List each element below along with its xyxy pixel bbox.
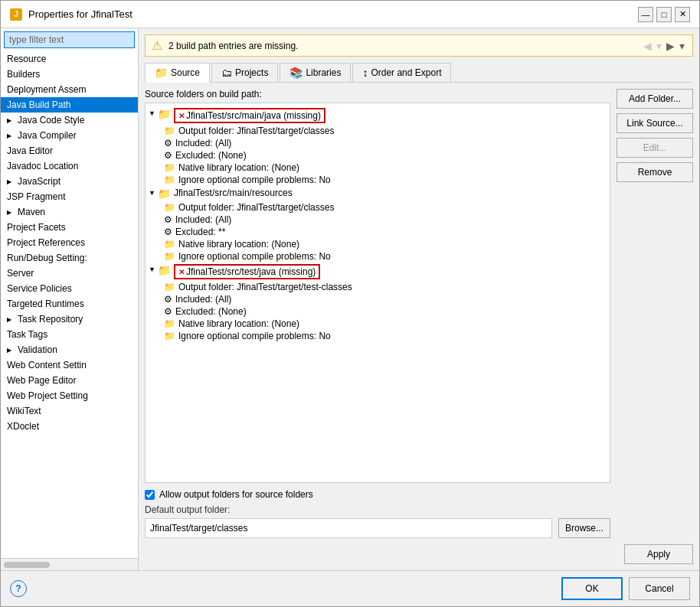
expand-arrow-1[interactable]: ▼	[149, 109, 155, 117]
title-bar: J Properties for JfinalTest — □ ✕	[1, 1, 699, 28]
sidebar-item-jsp-fragment[interactable]: JSP Fragment	[1, 189, 138, 204]
tab-projects-label: Projects	[235, 67, 268, 78]
error-mark-2: ✕	[178, 268, 185, 276]
sidebar-item-run-debug[interactable]: Run/Debug Setting:	[1, 250, 138, 266]
expand-arrow-3[interactable]: ▼	[149, 266, 155, 273]
libraries-tab-icon: 📚	[289, 67, 303, 79]
tab-libraries[interactable]: 📚 Libraries	[280, 63, 351, 82]
checkbox-row: Allow output folders for source folders	[145, 489, 610, 500]
src-main-resources-label: JfinalTest/src/main/resources	[174, 188, 293, 198]
apply-button[interactable]: Apply	[624, 544, 693, 564]
sidebar-item-builders[interactable]: Builders	[1, 67, 138, 82]
sidebar-item-web-project-setting[interactable]: Web Project Setting	[1, 388, 138, 403]
children-src-main-resources: 📁 Output folder: JfinalTest/target/class…	[164, 201, 607, 263]
browse-button[interactable]: Browse...	[558, 518, 610, 538]
src-main-java-label: JfinalTest/src/main/java (missing)	[186, 110, 321, 121]
add-folder-button[interactable]: Add Folder...	[617, 89, 693, 109]
children-src-test-java: 📁 Output folder: JfinalTest/target/test-…	[164, 281, 607, 342]
warning-text: 2 build path entries are missing.	[168, 41, 636, 51]
sidebar-item-deployment[interactable]: Deployment Assem	[1, 82, 138, 97]
child-output-2: 📁 Output folder: JfinalTest/target/class…	[164, 201, 607, 214]
sidebar-item-targeted-runtimes[interactable]: Targeted Runtimes	[1, 296, 138, 312]
maximize-button[interactable]: □	[656, 7, 672, 22]
sidebar-list: Resource Builders Deployment Assem Java …	[1, 51, 138, 558]
sidebar-item-task-tags[interactable]: Task Tags	[1, 327, 138, 342]
tab-order-label: Order and Export	[371, 67, 441, 78]
tree-item-src-main-resources[interactable]: ▼ 📁 JfinalTest/src/main/resources	[149, 186, 607, 201]
output-label: Default output folder:	[145, 504, 610, 515]
nav-back-arrow[interactable]: ◀	[642, 40, 653, 52]
sidebar-scrollbar[interactable]	[1, 558, 138, 570]
sidebar-item-java-compiler[interactable]: Java Compiler	[1, 128, 138, 143]
tree-box[interactable]: ▼ 📁 ✕ JfinalTest/src/main/java (missing)…	[145, 103, 610, 483]
child-included-1: ⚙ Included: (All)	[164, 137, 607, 149]
sidebar-item-wikitext[interactable]: WikiText	[1, 403, 138, 419]
tab-source[interactable]: 📁 Source	[145, 63, 210, 83]
filter-input[interactable]	[4, 31, 135, 48]
expand-arrow-2[interactable]: ▼	[149, 189, 155, 197]
child-excluded-3: ⚙ Excluded: (None)	[164, 305, 607, 318]
close-button[interactable]: ✕	[675, 7, 690, 22]
tab-order-export[interactable]: ↕ Order and Export	[352, 63, 451, 82]
sidebar-item-xdoclet[interactable]: XDoclet	[1, 419, 138, 434]
main-content: ⚠ 2 build path entries are missing. ◀ ▾ …	[139, 28, 699, 570]
tab-source-label: Source	[171, 67, 200, 78]
dialog-title: Properties for JfinalTest	[28, 8, 132, 20]
sidebar-item-web-content[interactable]: Web Content Settin	[1, 357, 138, 373]
output-folder-input[interactable]	[145, 518, 552, 538]
sidebar-item-validation[interactable]: Validation	[1, 342, 138, 357]
src-test-java-label: JfinalTest/src/test/java (missing)	[186, 266, 316, 277]
folder-icon-2: 📁	[158, 188, 171, 200]
sidebar-item-javascript[interactable]: JavaScript	[1, 174, 138, 189]
link-source-button[interactable]: Link Source...	[617, 113, 693, 133]
cancel-button[interactable]: Cancel	[629, 577, 690, 600]
tree-item-src-main-java[interactable]: ▼ 📁 ✕ JfinalTest/src/main/java (missing)	[149, 106, 607, 125]
tabs-bar: 📁 Source 🗂 Projects 📚 Libraries ↕ Order …	[145, 63, 693, 83]
nav-arrows: ◀ ▾ ▶ ▾	[642, 40, 686, 52]
child-native-1: 📁 Native library location: (None)	[164, 162, 607, 174]
folder-icon-3: 📁	[158, 264, 171, 276]
sidebar-item-java-build-path[interactable]: Java Build Path	[1, 97, 138, 113]
sidebar-item-service-policies[interactable]: Service Policies	[1, 281, 138, 296]
tree-label: Source folders on build path:	[145, 89, 610, 100]
minimize-button[interactable]: —	[638, 7, 653, 22]
nav-down-arrow[interactable]: ▾	[655, 40, 663, 52]
tab-projects[interactable]: 🗂 Projects	[211, 63, 278, 82]
allow-output-checkbox[interactable]	[145, 490, 155, 500]
sidebar-item-server[interactable]: Server	[1, 266, 138, 281]
sidebar-item-task-repository[interactable]: Task Repository	[1, 312, 138, 327]
projects-tab-icon: 🗂	[221, 67, 232, 79]
sidebar-item-javadoc[interactable]: Javadoc Location	[1, 158, 138, 174]
footer-left: ?	[10, 580, 27, 597]
output-row: Browse...	[145, 518, 610, 538]
tree-area: Source folders on build path: ▼ 📁 ✕ Jfin…	[145, 89, 610, 538]
order-tab-icon: ↕	[362, 67, 368, 79]
checkbox-label: Allow output folders for source folders	[159, 489, 313, 500]
bottom-area: Allow output folders for source folders …	[145, 483, 610, 538]
remove-button[interactable]: Remove	[617, 162, 693, 182]
error-mark-1: ✕	[178, 112, 185, 120]
button-panel: Add Folder... Link Source... Edit... Rem…	[617, 89, 693, 538]
sidebar-item-java-editor[interactable]: Java Editor	[1, 143, 138, 158]
nav-forward-arrow[interactable]: ▶	[665, 40, 676, 52]
sidebar-item-java-code-style[interactable]: Java Code Style	[1, 113, 138, 128]
sidebar-item-maven[interactable]: Maven	[1, 204, 138, 220]
child-excluded-1: ⚙ Excluded: (None)	[164, 149, 607, 162]
nav-menu-arrow[interactable]: ▾	[678, 40, 686, 52]
help-button[interactable]: ?	[10, 580, 27, 597]
sidebar-item-web-page-editor[interactable]: Web Page Editor	[1, 373, 138, 388]
sidebar-item-project-facets[interactable]: Project Facets	[1, 220, 138, 235]
apply-row: Apply	[145, 538, 693, 564]
ok-button[interactable]: OK	[561, 577, 623, 600]
window-controls: — □ ✕	[638, 7, 690, 22]
edit-button[interactable]: Edit...	[617, 138, 693, 158]
dialog-footer: ? OK Cancel	[1, 570, 699, 606]
child-native-3: 📁 Native library location: (None)	[164, 318, 607, 330]
sidebar-item-project-references[interactable]: Project References	[1, 235, 138, 250]
tree-item-src-test-java[interactable]: ▼ 📁 ✕ JfinalTest/src/test/java (missing)	[149, 263, 607, 281]
missing-label-2: ✕ JfinalTest/src/test/java (missing)	[174, 264, 320, 279]
source-tab-icon: 📁	[155, 67, 168, 79]
child-included-3: ⚙ Included: (All)	[164, 293, 607, 305]
missing-label-1: ✕ JfinalTest/src/main/java (missing)	[174, 108, 325, 123]
sidebar-item-resource[interactable]: Resource	[1, 51, 138, 67]
